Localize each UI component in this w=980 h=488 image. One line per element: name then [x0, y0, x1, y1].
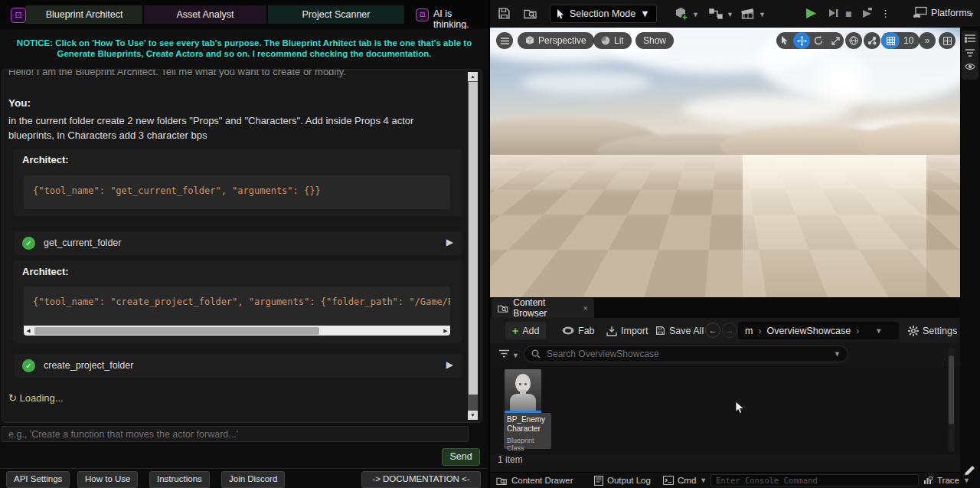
viewport-maximize-button[interactable]	[939, 32, 956, 49]
scroll-left-icon[interactable]: ◀	[24, 326, 33, 336]
scale-tool-button[interactable]	[827, 32, 844, 49]
selection-mode-dropdown[interactable]: Selection Mode ▼	[550, 5, 657, 23]
join-discord-button[interactable]: Join Discord	[221, 471, 285, 488]
content-drawer-icon	[496, 476, 508, 486]
save-all-label: Save All	[669, 326, 704, 336]
tool-result-create-project-folder[interactable]: ✓ create_project_folder ▶	[15, 354, 462, 378]
platforms-label[interactable]: Platforms	[931, 8, 972, 18]
select-tool-button[interactable]	[776, 32, 793, 49]
breadcrumb: m › OverviewShowcase › ▼	[738, 322, 899, 339]
content-browser-tab-label: Content Browser	[513, 297, 578, 319]
details-tab-icon[interactable]	[965, 49, 975, 57]
eye-icon[interactable]	[965, 63, 975, 70]
launch-button[interactable]	[861, 8, 874, 18]
asset-grid[interactable]: BP_Enemy Character Blueprint Class	[490, 366, 960, 454]
tab-asset-analyst[interactable]: Asset Analyst	[144, 5, 266, 24]
blueprints-icon[interactable]	[709, 8, 723, 20]
panel-divider[interactable]	[488, 0, 490, 488]
cinematics-icon[interactable]	[741, 8, 756, 20]
send-button[interactable]: Send	[442, 448, 480, 466]
show-flags-dropdown[interactable]: Show	[635, 32, 674, 49]
thinking-icon: ⊡	[416, 8, 429, 21]
back-arrow-icon[interactable]: ←	[705, 323, 720, 338]
cmd-dropdown[interactable]: Cmd ▼	[663, 473, 707, 488]
tool-call-json: {"tool_name": "get_current_folder", "arg…	[33, 185, 321, 196]
perspective-dropdown[interactable]: Perspective	[518, 32, 594, 49]
scroll-up-icon[interactable]: ▲	[468, 72, 478, 81]
plugin-tab-bar: ⊡ Blueprint Architect Asset Analyst Proj…	[0, 0, 488, 29]
grid-snap-value[interactable]: 10	[900, 35, 920, 46]
move-tool-button[interactable]	[793, 32, 810, 49]
path-dropdown-icon[interactable]: ▼	[875, 327, 882, 335]
rotate-tool-button[interactable]	[810, 32, 827, 49]
add-actor-icon[interactable]	[674, 6, 689, 21]
search-input[interactable]	[545, 348, 829, 360]
scrollbar-thumb[interactable]	[34, 327, 319, 335]
tab-project-scanner[interactable]: Project Scanner	[268, 5, 404, 24]
tool-call-json: {"tool_name": "create_project_folder", "…	[33, 296, 450, 307]
expand-arrow-icon[interactable]: ▶	[446, 359, 453, 370]
browse-content-icon[interactable]	[524, 7, 537, 20]
instructions-button[interactable]: Instructions	[149, 471, 210, 488]
chevron-down-icon[interactable]: ▼	[727, 11, 733, 18]
search-options-icon[interactable]: ▼	[834, 350, 841, 358]
scrollbar-thumb[interactable]	[469, 82, 478, 395]
surface-snapping-button[interactable]	[864, 32, 880, 49]
save-icon[interactable]	[498, 7, 511, 20]
tool-call-code-block: {"tool_name": "get_current_folder", "arg…	[24, 175, 450, 209]
player-start-gizmo[interactable]	[643, 215, 666, 242]
frame-skip-button[interactable]	[828, 8, 839, 18]
tool-result-get-current-folder[interactable]: ✓ get_current_folder ▶	[15, 231, 462, 255]
expand-arrow-icon[interactable]: ▶	[446, 237, 453, 247]
save-all-button[interactable]: Save All	[655, 322, 704, 339]
filter-icon[interactable]	[499, 349, 509, 358]
scrollbar-thumb[interactable]	[949, 355, 954, 424]
tab-blueprint-architect[interactable]: Blueprint Architect	[26, 5, 142, 24]
import-button[interactable]: Import	[606, 322, 648, 339]
stop-button[interactable]: ■	[845, 6, 851, 21]
world-space-toggle[interactable]	[845, 32, 862, 49]
documentation-button[interactable]: -> DOCUMENTATION <-	[361, 471, 481, 488]
forward-arrow-icon[interactable]: →	[722, 323, 737, 338]
breadcrumb-root[interactable]: m	[745, 326, 753, 336]
more-snap-options-icon[interactable]: »	[919, 32, 936, 49]
chevron-down-icon[interactable]: ▼	[692, 11, 699, 18]
api-settings-button[interactable]: API Settings	[6, 471, 70, 488]
gear-icon	[908, 326, 919, 336]
trace-dropdown[interactable]: Trace ▼	[923, 473, 970, 488]
content-browser-tab[interactable]: Content Browser ×	[492, 298, 594, 318]
outliner-tab-icon[interactable]	[965, 34, 975, 44]
chevron-down-icon[interactable]: ▼	[759, 11, 766, 18]
trace-chart-icon	[923, 476, 933, 485]
cloud	[521, 72, 651, 93]
output-log-button[interactable]: Output Log	[594, 473, 651, 488]
platforms-icon[interactable]	[913, 6, 928, 20]
fab-button[interactable]: Fab	[562, 322, 595, 339]
architect-message-card: Architect: {"tool_name": "get_current_fo…	[13, 149, 462, 216]
chevron-down-icon[interactable]: ▼	[968, 11, 975, 18]
lit-mode-dropdown[interactable]: Lit	[593, 32, 632, 49]
chat-history[interactable]: Hello! I am the Blueprint Architect. Tel…	[2, 69, 482, 423]
grid-snap-control[interactable]: 10	[881, 32, 920, 49]
play-button[interactable]: ▶	[806, 5, 816, 21]
notice-line-1: NOTICE: Click on 'How To Use' to see eve…	[0, 38, 488, 48]
viewport-options-menu[interactable]	[496, 32, 513, 49]
settings-button[interactable]: Settings	[908, 322, 957, 339]
horizontal-scrollbar[interactable]: ◀ ▶	[24, 326, 450, 336]
how-to-use-button[interactable]: How to Use	[77, 471, 138, 488]
scroll-down-icon[interactable]: ▼	[468, 411, 478, 420]
add-button[interactable]: + Add	[505, 322, 546, 339]
scroll-right-icon[interactable]: ▶	[441, 326, 450, 336]
close-icon[interactable]: ×	[583, 303, 588, 313]
filter-dropdown-icon[interactable]: ▼	[512, 352, 519, 359]
chat-scrollbar[interactable]: ▲ ▼	[468, 72, 478, 420]
content-scrollbar[interactable]	[948, 348, 955, 452]
breadcrumb-current[interactable]: OverviewShowcase	[766, 326, 851, 336]
search-box[interactable]: ▼	[524, 346, 848, 362]
content-drawer-button[interactable]: Content Drawer	[496, 473, 573, 488]
level-viewport[interactable]: Perspective Lit Show	[490, 28, 960, 297]
y-axis-line	[504, 278, 519, 280]
chat-input[interactable]	[2, 426, 469, 442]
play-options-kebab-icon[interactable]: ⋮	[880, 6, 890, 21]
console-command-input[interactable]	[710, 474, 919, 486]
